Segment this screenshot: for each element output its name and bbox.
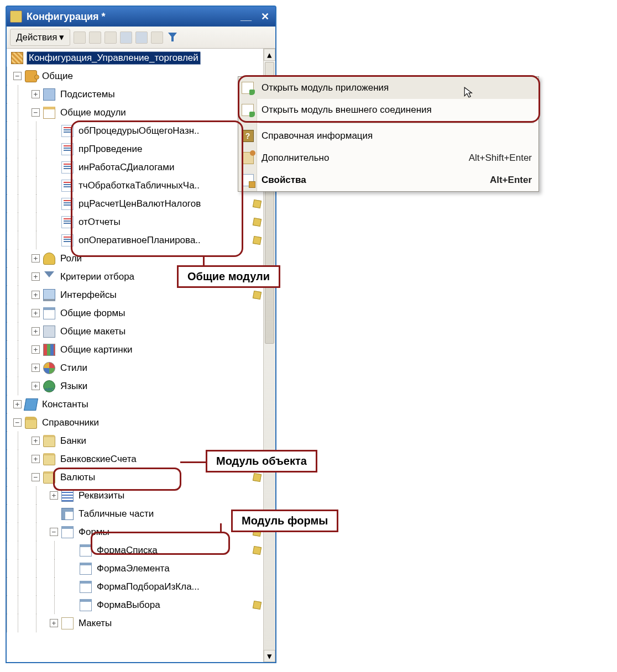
forms-icon — [61, 526, 74, 538]
toggle-expand[interactable]: + — [32, 90, 40, 98]
grid-icon — [61, 508, 74, 520]
form-icon — [80, 563, 92, 575]
close-button[interactable]: ✕ — [258, 11, 272, 23]
marker-icon — [253, 290, 262, 299]
module-folder-icon — [43, 107, 55, 119]
toolbar: Действия▾ — [7, 27, 275, 49]
node-languages[interactable]: +Языки — [7, 377, 263, 395]
ctx-label: Справочная информация — [262, 130, 373, 141]
shortcut: Alt+Shift+Enter — [469, 153, 532, 164]
ctx-label: Свойства — [262, 175, 306, 186]
config-window: Конфигурация * __ ✕ Действия▾ Конфигурац… — [6, 6, 276, 663]
separator — [259, 123, 534, 123]
titlebar[interactable]: Конфигурация * __ ✕ — [7, 7, 275, 27]
folder-icon — [43, 435, 55, 447]
node-common[interactable]: − Общие — [7, 67, 263, 85]
toolbar-down-icon[interactable] — [135, 32, 148, 44]
properties-icon — [242, 174, 254, 186]
marker-icon — [253, 600, 262, 609]
interface-icon — [43, 289, 55, 301]
criteria-icon — [43, 271, 55, 283]
highlight-context-items — [238, 75, 540, 123]
callout-common-modules: Общие модули — [177, 265, 280, 288]
marker-icon — [253, 473, 262, 481]
scroll-up-button[interactable]: ▴ — [264, 49, 275, 61]
callout-form-module: Модуль формы — [231, 510, 338, 532]
form-icon — [80, 544, 92, 556]
form-item[interactable]: ФормаВыбора — [7, 596, 263, 614]
node-interfaces[interactable]: +Интерфейсы — [7, 286, 263, 304]
template-icon — [43, 326, 55, 338]
toolbar-icon-2[interactable] — [89, 32, 101, 44]
puzzle-icon — [25, 70, 37, 82]
toolbar-icon-1[interactable] — [74, 32, 86, 44]
tree-icon — [43, 88, 55, 101]
common-modules-label: Общие модули — [59, 107, 128, 119]
ctx-properties[interactable]: Свойства Alt+Enter — [238, 169, 538, 191]
node-common-pictures[interactable]: +Общие картинки — [7, 340, 263, 359]
marker-icon — [253, 199, 262, 208]
node-banks[interactable]: +Банки — [7, 432, 263, 450]
highlight-common-modules — [71, 120, 243, 257]
ctx-help[interactable]: Справочная информация — [238, 125, 538, 147]
subsystems-label: Подсистемы — [59, 88, 117, 101]
callout-connector — [180, 461, 208, 463]
node-catalogs[interactable]: −Справочники — [7, 413, 263, 432]
actions-label: Действия — [16, 32, 57, 43]
node-styles[interactable]: +Стили — [7, 359, 263, 377]
style-icon — [43, 362, 55, 374]
ctx-extra[interactable]: Дополнительно Alt+Shift+Enter — [238, 147, 538, 169]
constant-icon — [24, 398, 38, 411]
form-icon — [80, 581, 92, 593]
extra-icon — [242, 152, 254, 164]
picture-icon — [43, 344, 55, 356]
folder-icon — [43, 453, 55, 465]
node-common-templates[interactable]: +Общие макеты — [7, 322, 263, 340]
marker-icon — [253, 235, 262, 244]
app-icon — [10, 11, 22, 23]
form-icon — [80, 599, 92, 611]
filter-icon[interactable] — [166, 32, 179, 44]
language-icon — [43, 380, 55, 392]
toolbar-icon-6[interactable] — [151, 32, 163, 44]
toolbar-up-icon[interactable] — [120, 32, 132, 44]
marker-icon — [253, 545, 262, 554]
ctx-label: Дополнительно — [262, 153, 329, 164]
form-item[interactable]: ФормаПодбораИзКла... — [7, 578, 263, 596]
dropdown-icon: ▾ — [59, 32, 64, 43]
attributes-icon — [61, 490, 74, 502]
node-common-forms[interactable]: +Общие формы — [7, 304, 263, 322]
highlight-form-module — [91, 532, 230, 555]
form-item[interactable]: ФормаЭлемента — [7, 559, 263, 578]
callout-object-module: Модуль объекта — [206, 450, 317, 473]
config-icon — [11, 52, 23, 64]
shortcut: Alt+Enter — [490, 175, 532, 186]
node-templates[interactable]: +Макеты — [7, 614, 263, 632]
node-constants[interactable]: +Константы — [7, 395, 263, 413]
help-icon — [242, 130, 254, 142]
node-common-modules[interactable]: − Общие модули — [7, 103, 263, 122]
common-label: Общие — [40, 70, 75, 82]
highlight-object-module — [53, 468, 181, 491]
window-title: Конфигурация * — [27, 11, 234, 23]
minimize-button[interactable]: __ — [239, 11, 253, 23]
node-subsystems[interactable]: + Подсистемы — [7, 85, 263, 103]
form-icon — [43, 307, 55, 319]
scroll-down-button[interactable]: ▾ — [264, 650, 275, 662]
root-label: Конфигурация_Управление_торговлей — [27, 51, 201, 65]
key-icon — [43, 253, 55, 265]
node-tabular[interactable]: Табличные части — [7, 505, 263, 523]
template-icon — [61, 617, 74, 629]
actions-menu-button[interactable]: Действия▾ — [10, 29, 70, 46]
toggle-collapse[interactable]: − — [32, 108, 40, 117]
marker-icon — [253, 217, 262, 226]
toolbar-icon-3[interactable] — [104, 32, 117, 44]
tree-root[interactable]: Конфигурация_Управление_торговлей — [7, 49, 263, 67]
catalog-icon — [25, 417, 37, 429]
callout-connector — [220, 523, 222, 533]
toggle-collapse[interactable]: − — [13, 72, 22, 80]
